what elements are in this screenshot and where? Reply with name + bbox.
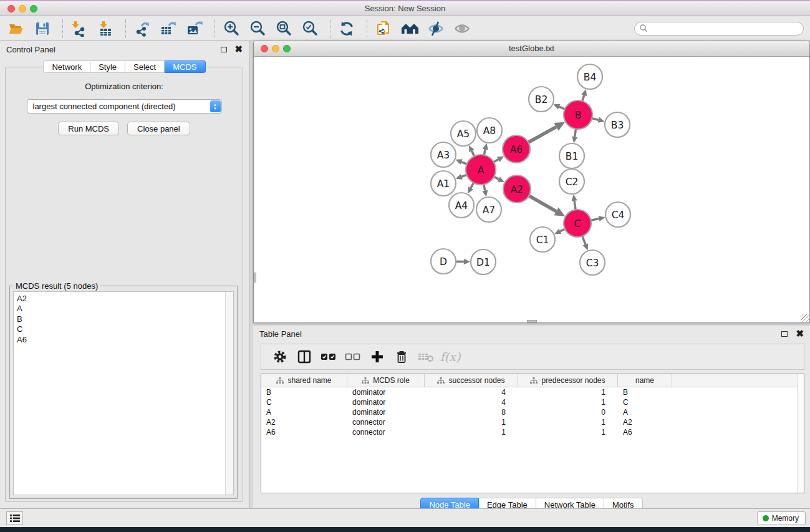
minimize-window-icon[interactable] (19, 5, 26, 12)
graph-node-B2[interactable]: B2 (529, 87, 554, 112)
graph-node-A3[interactable]: A3 (431, 142, 456, 167)
node-table[interactable]: shared nameMCDS rolesuccessor nodesprede… (261, 374, 804, 493)
table-cell[interactable]: C (618, 398, 672, 407)
table-row[interactable]: Bdominator41B (261, 387, 804, 397)
network-graph[interactable]: AA1A2A3A4A5A6A7A8BB1B2B3B4CC1C2C3C4DD1 (254, 57, 809, 322)
search-field[interactable] (634, 22, 804, 36)
graph-node-C[interactable]: C (564, 210, 591, 237)
tab-select[interactable]: Select (125, 60, 165, 73)
maximize-window-icon[interactable] (30, 5, 37, 12)
network-canvas[interactable]: AA1A2A3A4A5A6A7A8BB1B2B3B4CC1C2C3C4DD1 (254, 57, 809, 322)
graph-node-D[interactable]: D (431, 249, 456, 274)
table-cell[interactable]: A2 (261, 418, 347, 427)
close-panel-button[interactable]: Close panel (127, 122, 190, 135)
network-maximize-icon[interactable] (283, 45, 291, 52)
table-cell[interactable]: connector (347, 428, 425, 437)
table-cell[interactable]: 4 (425, 388, 518, 397)
tab-network[interactable]: Network (43, 60, 90, 73)
table-cell[interactable]: 4 (425, 398, 518, 407)
save-session-icon[interactable] (34, 20, 51, 37)
zoom-out-icon[interactable] (249, 20, 266, 37)
close-table-panel-icon[interactable]: ✖ (796, 331, 804, 337)
criterion-select[interactable]: largest connected component (directed) ▲… (27, 99, 222, 114)
import-table-icon[interactable] (97, 20, 114, 37)
table-row[interactable]: Cdominator41C (261, 397, 804, 407)
tab-style[interactable]: Style (90, 60, 125, 73)
table-cell[interactable]: A (618, 408, 672, 417)
column-header-predecessor-nodes[interactable]: predecessor nodes (518, 374, 618, 387)
close-panel-icon[interactable]: ✖ (234, 46, 243, 52)
table-cell[interactable]: C (261, 398, 347, 407)
graph-node-C4[interactable]: C4 (605, 202, 630, 227)
table-cell[interactable]: 1 (518, 388, 618, 397)
zoom-fit-icon[interactable] (275, 20, 292, 37)
table-cell[interactable]: 1 (518, 428, 618, 437)
table-cell[interactable]: 1 (425, 418, 518, 427)
memory-button[interactable]: Memory (757, 511, 806, 525)
deselect-all-rows-icon[interactable] (344, 348, 362, 365)
export-table-icon[interactable] (160, 20, 177, 37)
graph-node-A8[interactable]: A8 (477, 118, 502, 143)
window-resize-grip[interactable] (801, 314, 809, 322)
graph-node-B[interactable]: B (564, 100, 592, 129)
add-row-icon[interactable] (368, 348, 387, 365)
new-network-from-selection-icon[interactable] (375, 20, 392, 37)
mcds-result-item[interactable]: A (14, 304, 233, 314)
graph-node-C2[interactable]: C2 (559, 169, 584, 194)
table-cell[interactable]: B (618, 388, 672, 397)
table-cell[interactable]: 8 (425, 408, 518, 417)
graph-node-C1[interactable]: C1 (530, 227, 555, 252)
graph-node-B4[interactable]: B4 (577, 64, 602, 89)
canvas-left-gripper[interactable] (254, 273, 256, 283)
search-input[interactable] (648, 23, 803, 34)
delete-row-icon[interactable] (392, 348, 411, 365)
zoom-selected-icon[interactable] (301, 20, 319, 37)
table-row[interactable]: Adominator80A (261, 407, 804, 417)
table-scrollbar[interactable] (797, 374, 804, 493)
column-header-successor-nodes[interactable]: successor nodes (425, 374, 518, 387)
graph-node-A4[interactable]: A4 (449, 193, 474, 218)
graph-node-A5[interactable]: A5 (451, 121, 476, 146)
mcds-result-item[interactable]: A6 (14, 335, 233, 345)
mcds-result-item[interactable]: C (14, 324, 233, 334)
graph-node-A6[interactable]: A6 (503, 135, 530, 163)
import-network-icon[interactable] (70, 20, 88, 37)
table-cell[interactable]: A (261, 408, 347, 417)
graph-node-B3[interactable]: B3 (605, 112, 630, 137)
hide-graphics-details-icon[interactable] (427, 20, 445, 37)
network-window-titlebar[interactable]: testGlobe.txt (254, 41, 809, 57)
column-header-shared-name[interactable]: shared name (261, 374, 347, 387)
column-layout-icon[interactable] (295, 348, 314, 365)
table-cell[interactable]: B (261, 388, 347, 397)
mcds-result-item[interactable]: A2 (14, 292, 233, 304)
graph-node-A[interactable]: A (466, 155, 496, 185)
result-scrollbar[interactable] (225, 292, 233, 495)
select-all-rows-icon[interactable] (319, 348, 338, 365)
graph-node-C3[interactable]: C3 (580, 250, 605, 275)
tab-mcds[interactable]: MCDS (165, 60, 205, 73)
show-welcome-screen-icon[interactable] (401, 20, 418, 37)
mcds-result-item[interactable]: B (14, 314, 233, 324)
graph-node-A7[interactable]: A7 (476, 197, 501, 222)
column-header-name[interactable]: name (618, 374, 672, 387)
table-cell[interactable]: A6 (261, 428, 347, 437)
table-cell[interactable]: 0 (518, 408, 618, 417)
delete-table-icon[interactable] (417, 348, 435, 365)
network-minimize-icon[interactable] (272, 45, 279, 52)
table-cell[interactable]: 1 (425, 428, 518, 437)
table-cell[interactable]: dominator (347, 398, 425, 407)
graph-node-A1[interactable]: A1 (431, 171, 456, 196)
open-file-icon[interactable] (7, 20, 25, 37)
table-cell[interactable]: A6 (618, 428, 672, 437)
table-settings-icon[interactable] (271, 348, 289, 365)
table-cell[interactable]: A2 (618, 418, 672, 427)
graph-node-B1[interactable]: B1 (559, 143, 584, 168)
table-cell[interactable]: 1 (518, 418, 618, 427)
export-network-icon[interactable] (133, 20, 151, 37)
table-cell[interactable]: dominator (347, 388, 425, 397)
function-builder-icon[interactable]: f(x) (441, 348, 460, 365)
float-table-panel-icon[interactable] (781, 331, 788, 337)
table-cell[interactable]: dominator (347, 408, 425, 417)
graph-node-D1[interactable]: D1 (471, 249, 496, 274)
canvas-bottom-gripper[interactable] (527, 320, 537, 322)
